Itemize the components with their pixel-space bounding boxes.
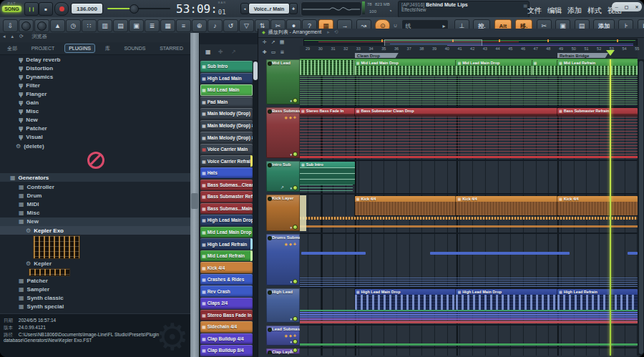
- pattern-add-icon[interactable]: ✚: [218, 49, 223, 55]
- playlist-tools-row1[interactable]: ✛↗▦: [263, 39, 288, 45]
- track-options-icon[interactable]: ▾: [290, 317, 292, 321]
- track-submaster-icons[interactable]: ◉◆✚: [285, 333, 298, 338]
- toolbar-metronome-button[interactable]: ▲: [50, 19, 65, 32]
- browser-tab-1[interactable]: PROJECT: [27, 44, 59, 53]
- track-enabled-led[interactable]: [293, 339, 298, 344]
- magnet-icon[interactable]: ∪: [394, 23, 397, 28]
- pattern-selector[interactable]: Voice..r Main: [248, 3, 290, 14]
- pattern-item-2[interactable]: ▦Mid Lead Main: [200, 84, 253, 96]
- browser-tab-5[interactable]: STARRED: [155, 44, 187, 53]
- clip-high-lead-main-drop[interactable]: ▦High Lead Main Drop: [456, 289, 557, 310]
- pattern-item-22[interactable]: ▦Sidechain 4/4: [200, 321, 253, 333]
- track-header-clap-layer[interactable]: Clap Layer▾: [266, 348, 300, 354]
- tree-item-generators[interactable]: ▦Generators▾: [0, 173, 190, 182]
- pattern-item-8[interactable]: ▦Voice Carrier Refrain: [200, 155, 253, 167]
- pattern-item-4[interactable]: ▦Main Melody (Drop): [200, 108, 253, 119]
- tree-item-synth-special[interactable]: ▦Synth special: [0, 302, 190, 310]
- toolbar-open-save-button[interactable]: ⇩: [3, 19, 18, 32]
- pattern-item-18[interactable]: ▦Crashes & Rides: [200, 274, 253, 285]
- tree-item-patcher[interactable]: ▦Patcher: [0, 276, 190, 285]
- pattern-item-7[interactable]: ▦Voice Carrier Main: [200, 144, 253, 155]
- toolbar-mixer-button[interactable]: ≡: [176, 19, 191, 32]
- tree-item-drum[interactable]: ▦Drum: [0, 192, 190, 200]
- tree-item-flanger[interactable]: ψFlanger: [0, 89, 190, 98]
- pattern-item-21[interactable]: ▦Stereo Bass Fade In: [200, 310, 253, 321]
- toolbar-countdown-button[interactable]: ∷: [82, 19, 97, 32]
- close-button[interactable]: ✕: [635, 4, 638, 9]
- browser-refresh-icon[interactable]: ⟳: [19, 34, 24, 39]
- tree-item-new[interactable]: ψNew: [0, 116, 190, 124]
- tree-item-midi[interactable]: ▦MIDI: [0, 200, 190, 209]
- tree-item-patcher[interactable]: ψPatcher: [0, 124, 190, 133]
- track-enabled-led[interactable]: [293, 225, 298, 230]
- track-options-icon[interactable]: ▾: [290, 186, 292, 190]
- track-options-icon[interactable]: ▾: [290, 152, 292, 157]
- pattern-item-11[interactable]: ▦Bass Submaster Refrain: [200, 191, 253, 202]
- clip-mid-lead-main-drop[interactable]: ▦Mid Lead Main Drop: [355, 60, 457, 75]
- pattern-item-10[interactable]: ▦Bass Submas...Clean Drop: [200, 180, 253, 191]
- record-button[interactable]: [54, 2, 69, 16]
- toolbar-recording-panel-button[interactable]: ▣: [129, 19, 144, 32]
- track-options-icon[interactable]: ▾: [290, 348, 292, 353]
- clip-high-lead-main-drop[interactable]: ▦High Lead Main Drop: [355, 289, 457, 310]
- pattern-item-14[interactable]: ▦Mid Lead Main Drop: [200, 227, 253, 238]
- clip-sub-intro[interactable]: ▦Sub Intro: [300, 162, 355, 185]
- browser-up-icon[interactable]: ▴: [11, 34, 14, 39]
- tree-item-new[interactable]: ▦New: [0, 217, 190, 226]
- kepler-exo-thumbnail[interactable]: [33, 235, 80, 259]
- track-header-bass-submaster[interactable]: Bass Submaster◉◆✚▾: [266, 107, 300, 158]
- browser-tab-4[interactable]: SOUNDS: [119, 44, 150, 53]
- menu-item-3[interactable]: 样式: [587, 6, 602, 16]
- toolbar-pattern-picker-button[interactable]: ▦: [160, 19, 175, 32]
- toolbar-master-pitch-knob-icon[interactable]: [34, 19, 49, 32]
- track-submaster-icons[interactable]: ◉◆✚: [285, 242, 298, 246]
- clip-kick-4-4[interactable]: ▦Kick 4/4: [557, 196, 638, 215]
- tree-item-gain[interactable]: ψGain: [0, 99, 190, 107]
- clip-kick-4-4[interactable]: ▦Kick 4/4: [456, 196, 557, 215]
- time-display[interactable]: 53:09: bar 01: [176, 1, 240, 16]
- track-enabled-led[interactable]: [293, 152, 298, 157]
- tree-item-controller[interactable]: ▦Controller: [0, 183, 190, 192]
- tree-item-kepler-exo[interactable]: ⚙Kepler Exo: [0, 226, 190, 235]
- browser-tab-3[interactable]: 库: [101, 43, 114, 54]
- track-options-icon[interactable]: ▾: [290, 340, 292, 344]
- browser-tab-2[interactable]: PLUGINS: [64, 44, 95, 53]
- tree-item-delay-reverb[interactable]: ψDelay reverb: [0, 55, 190, 64]
- clip-stereo-bass-fade-in[interactable]: ▦Stereo Bass Fade In: [300, 108, 355, 116]
- pattern-item-3[interactable]: ▦Pad Main: [200, 97, 253, 108]
- tree-item-misc[interactable]: ψMisc: [0, 107, 190, 116]
- tree-item-sampler[interactable]: ▦Sampler: [0, 285, 190, 293]
- playlist-scrollbar[interactable]: [638, 59, 644, 356]
- toolbar-tap-tempo-button[interactable]: ⊕: [192, 19, 207, 32]
- tree-item-filter[interactable]: ψFilter: [0, 81, 190, 89]
- pattern-item-12[interactable]: ▦Bass Submas...Main Drop: [200, 203, 253, 215]
- menu-item-0[interactable]: 文件: [527, 6, 542, 16]
- minimize-button[interactable]: ─: [615, 5, 618, 9]
- clip-mid-lead-refrain[interactable]: ▦Mid Lead Refrain: [557, 60, 638, 75]
- pat-song-toggle[interactable]: PAT SONG: [2, 1, 21, 12]
- arrangement-dropdown-icon[interactable]: ▸: [327, 29, 330, 34]
- pattern-item-15[interactable]: ▦High Lead Refrain: [200, 238, 253, 250]
- track-enabled-led[interactable]: [293, 316, 298, 321]
- tree-item-kepler[interactable]: ⚙Kepler: [0, 259, 190, 268]
- toolbar-piano-roll-button[interactable]: ♪: [208, 19, 223, 32]
- toolbar-wait-for-input-button[interactable]: ◷: [66, 19, 81, 32]
- pattern-item-16[interactable]: ▦Mid Lead Refrain: [200, 250, 253, 262]
- tree-item-synth-classic[interactable]: ▦Synth classic: [0, 293, 190, 302]
- tree-item-distortion[interactable]: ψDistortion: [0, 64, 190, 72]
- track-header-intro-sub[interactable]: Intro Sub↗▾: [266, 161, 300, 192]
- clip-high-lead-refrain[interactable]: ▦High Lead Refrain: [557, 289, 638, 310]
- track-header-mid-lead[interactable]: Mid Lead▾: [266, 59, 300, 104]
- toolbar-save-button[interactable]: ▽: [239, 19, 254, 32]
- pattern-item-13[interactable]: ▦High Lead Main Drop: [200, 215, 253, 226]
- playhead-marker[interactable]: [606, 50, 615, 56]
- clip-bass-submaster-refrain[interactable]: ▦Bass Submaster Refrain: [557, 108, 638, 116]
- track-options-icon[interactable]: ▾: [290, 99, 292, 103]
- browser-back-icon[interactable]: ◂: [3, 34, 6, 39]
- track-enabled-led[interactable]: [293, 279, 298, 284]
- pattern-item-24[interactable]: ▦Clap Buildup 8/4: [200, 345, 253, 356]
- play-pause-button[interactable]: ❙❙: [24, 2, 39, 16]
- pattern-item-23[interactable]: ▦Clap Buildup 4/4: [200, 333, 253, 345]
- menu-item-1[interactable]: 编辑: [547, 6, 562, 16]
- pattern-item-1[interactable]: ▦High Lead Main: [200, 73, 253, 84]
